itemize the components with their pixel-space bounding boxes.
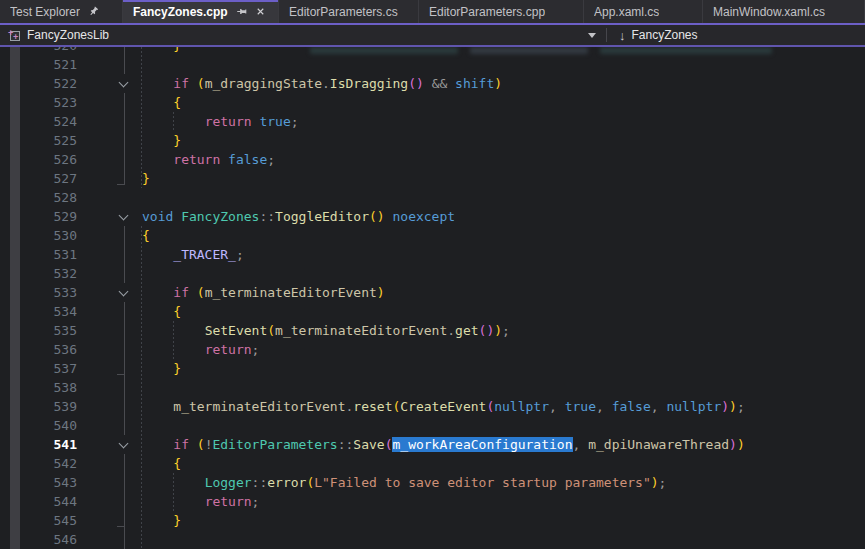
code-token: ) xyxy=(737,437,745,452)
code-line-526[interactable]: 526 return false; xyxy=(0,150,865,169)
code-token: ) xyxy=(494,76,502,91)
code-token xyxy=(189,285,197,300)
chevron-down-icon[interactable] xyxy=(588,33,596,38)
code-token xyxy=(580,437,588,452)
line-number: 543 xyxy=(0,473,77,492)
code-token xyxy=(424,76,432,91)
code-line-533[interactable]: 533 if (m_terminateEditorEvent) xyxy=(0,283,865,302)
code-token: SetEvent xyxy=(205,323,268,338)
code-line-540[interactable]: 540 xyxy=(0,416,865,435)
code-line-529[interactable]: 529void FancyZones::ToggleEditor() noexc… xyxy=(0,207,865,226)
pin-icon[interactable] xyxy=(88,6,99,17)
fold-chevron-icon[interactable] xyxy=(119,78,129,88)
line-number: 520 xyxy=(0,47,77,55)
line-number: 521 xyxy=(0,55,77,74)
fold-margin xyxy=(77,492,142,511)
code-token: ( xyxy=(267,323,275,338)
code-text: { xyxy=(142,226,865,245)
code-line-528[interactable]: 528 xyxy=(0,188,865,207)
code-token: ( xyxy=(197,437,205,452)
tab-fancyzones-cpp[interactable]: FancyZones.cpp xyxy=(123,0,279,23)
fold-margin xyxy=(77,283,142,302)
code-token: return xyxy=(205,114,252,129)
fold-margin xyxy=(77,55,142,74)
fold-margin xyxy=(77,264,142,283)
code-token xyxy=(604,399,612,414)
code-token: Save xyxy=(353,437,384,452)
tab-app-xaml-cs[interactable]: App.xaml.cs xyxy=(584,0,703,23)
code-token xyxy=(173,209,181,224)
fold-margin xyxy=(77,207,142,226)
code-line-530[interactable]: 530{ xyxy=(0,226,865,245)
code-line-536[interactable]: 536 return; xyxy=(0,340,865,359)
code-token: ) xyxy=(377,285,385,300)
fold-margin xyxy=(77,131,142,150)
symbol-name: FancyZones xyxy=(632,28,698,42)
code-line-537[interactable]: 537 } xyxy=(0,359,865,378)
code-text xyxy=(142,55,865,74)
tab-label: Test Explorer xyxy=(10,5,80,19)
code-token: ) xyxy=(651,475,659,490)
tab-test-explorer[interactable]: Test Explorer xyxy=(0,0,123,23)
code-text xyxy=(142,264,865,283)
fold-chevron-icon[interactable] xyxy=(119,439,129,449)
code-token: false xyxy=(228,152,267,167)
tab-editorparameters-cs[interactable]: EditorParameters.cs xyxy=(279,0,419,23)
fold-margin xyxy=(77,416,142,435)
code-line-541[interactable]: 541 if (!EditorParameters::Save(m_workAr… xyxy=(0,435,865,454)
code-editor[interactable]: 520 }521522 if (m_draggingState.IsDraggi… xyxy=(0,47,865,549)
fold-margin xyxy=(77,530,142,549)
code-text: return false; xyxy=(142,150,865,169)
code-line-546[interactable]: 546 xyxy=(0,530,865,549)
line-number: 529 xyxy=(0,207,77,226)
fold-chevron-icon[interactable] xyxy=(119,211,129,221)
code-line-534[interactable]: 534 { xyxy=(0,302,865,321)
code-line-544[interactable]: 544 return; xyxy=(0,492,865,511)
code-token: m_terminateEditorEvent xyxy=(173,399,345,414)
pin-icon[interactable] xyxy=(236,6,247,17)
code-token xyxy=(447,76,455,91)
code-text: m_terminateEditorEvent.reset(CreateEvent… xyxy=(142,397,865,416)
code-token: shift xyxy=(455,76,494,91)
code-line-535[interactable]: 535 SetEvent(m_terminateEditorEvent.get(… xyxy=(0,321,865,340)
line-number: 536 xyxy=(0,340,77,359)
fold-margin xyxy=(77,112,142,131)
line-number: 533 xyxy=(0,283,77,302)
fold-margin xyxy=(77,302,142,321)
code-token: } xyxy=(173,361,181,376)
code-line-543[interactable]: 543 Logger::error(L"Failed to save edito… xyxy=(0,473,865,492)
code-token: ; xyxy=(252,342,260,357)
close-icon[interactable] xyxy=(255,6,266,17)
code-line-522[interactable]: 522 if (m_draggingState.IsDragging() && … xyxy=(0,74,865,93)
cpp-library-icon: + + xyxy=(8,29,21,42)
code-line-538[interactable]: 538 xyxy=(0,378,865,397)
code-line-527[interactable]: 527} xyxy=(0,169,865,188)
code-token: if xyxy=(173,76,189,91)
code-line-524[interactable]: 524 return true; xyxy=(0,112,865,131)
code-token: if xyxy=(173,437,189,452)
line-number: 523 xyxy=(0,93,77,112)
code-token: ) xyxy=(729,399,737,414)
vs-editor-window: Test ExplorerFancyZones.cppEditorParamet… xyxy=(0,0,865,549)
code-line-542[interactable]: 542 { xyxy=(0,454,865,473)
code-text: } xyxy=(142,359,865,378)
code-line-525[interactable]: 525 } xyxy=(0,131,865,150)
code-line-523[interactable]: 523 { xyxy=(0,93,865,112)
code-token: . xyxy=(322,76,330,91)
code-line-531[interactable]: 531 _TRACER_; xyxy=(0,245,865,264)
fold-margin xyxy=(77,93,142,112)
code-line-521[interactable]: 521 xyxy=(0,55,865,74)
code-line-520[interactable]: 520 } xyxy=(0,47,865,55)
tab-editorparameters-cpp[interactable]: EditorParameters.cpp xyxy=(419,0,584,23)
code-token: :: xyxy=(259,209,275,224)
project-dropdown[interactable]: + + FancyZonesLib xyxy=(0,28,602,42)
code-line-545[interactable]: 545 } xyxy=(0,511,865,530)
fold-chevron-icon[interactable] xyxy=(119,287,129,297)
code-line-539[interactable]: 539 m_terminateEditorEvent.reset(CreateE… xyxy=(0,397,865,416)
code-line-532[interactable]: 532 xyxy=(0,264,865,283)
code-token: CreateEvent xyxy=(400,399,486,414)
line-number: 524 xyxy=(0,112,77,131)
fold-margin xyxy=(77,511,142,530)
symbol-dropdown[interactable]: ↓ FancyZones xyxy=(611,28,865,43)
tab-mainwindow-xaml-cs[interactable]: MainWindow.xaml.cs xyxy=(703,0,865,23)
